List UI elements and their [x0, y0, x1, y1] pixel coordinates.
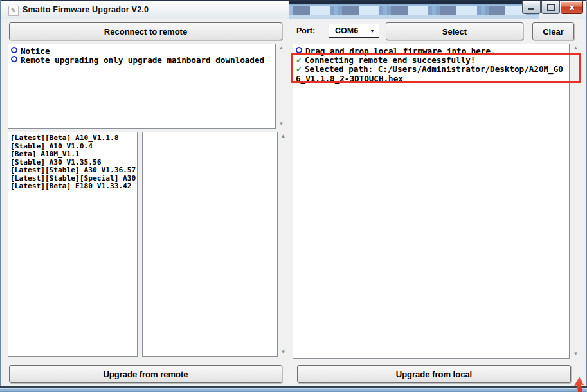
log-scrollbar: ▲ ▼	[571, 44, 581, 359]
local-firmware-log-panel: Drag and drop local firmware into here. …	[293, 44, 570, 359]
notice-text: Remote upgrading only upgrade mainboard …	[21, 55, 264, 65]
log-success-text: Connecting remote end successfully!	[305, 55, 475, 65]
minimize-button[interactable]	[522, 1, 541, 14]
bullet-icon	[11, 47, 17, 53]
window-controls: ×	[521, 1, 583, 14]
window-left-border	[0, 0, 1, 387]
firmware-list-item[interactable]: [Latest][Beta] E180_V1.33.42	[10, 183, 136, 191]
log-success-line: ✓Selected path: C:/Users/Administrator/D…	[296, 65, 565, 83]
port-select-value: COM6	[335, 26, 358, 35]
scroll-down-icon[interactable]: ▼	[279, 121, 284, 127]
window-top-border	[0, 0, 587, 1]
close-button[interactable]: ×	[561, 1, 583, 14]
port-select[interactable]: COM6 ▼	[329, 24, 379, 38]
window-bottom-border	[0, 386, 587, 392]
bullet-icon	[296, 47, 302, 53]
firmware-detail-box	[142, 132, 278, 357]
log-success-line: ✓Connecting remote end successfully!	[296, 56, 565, 66]
window-title: Smatto Firmware Upgrador V2.0	[23, 5, 149, 14]
minimize-icon	[528, 8, 534, 10]
notice-panel: Notice Remote upgrading only upgrade mai…	[8, 44, 276, 129]
scroll-up-icon[interactable]: ▲	[573, 46, 579, 51]
close-icon: ×	[569, 3, 574, 12]
notice-line: Remote upgrading only upgrade mainboard …	[11, 56, 274, 65]
log-info-line: Drag and drop local firmware into here.	[296, 47, 565, 56]
titlebar-glass-background	[289, 1, 539, 19]
port-label: Port:	[296, 26, 315, 35]
log-success-text: Selected path: C:/Users/Administrator/De…	[296, 64, 563, 84]
bullet-icon	[11, 56, 17, 62]
maximize-button[interactable]	[541, 1, 560, 14]
upgrade-from-local-button[interactable]: Upgrade from local	[297, 365, 571, 383]
scroll-down-icon[interactable]: ▼	[573, 352, 579, 357]
scroll-up-icon[interactable]: ▲	[281, 134, 286, 139]
clear-button[interactable]: Clear	[532, 22, 574, 40]
reconnect-to-remote-button[interactable]: Reconnect to remote	[9, 22, 282, 40]
firmware-list-item[interactable]: [Beta] A10M_V1.1	[10, 150, 136, 159]
firmware-list: [Latest][Beta] A10_V1.1.8 [Stable] A10_V…	[8, 132, 138, 357]
upgrade-from-remote-button[interactable]: Upgrade from remote	[9, 365, 282, 383]
check-icon: ✓	[296, 66, 302, 75]
chevron-down-icon: ▼	[370, 28, 375, 34]
scroll-down-icon[interactable]: ▼	[281, 350, 286, 355]
firmware-list-item[interactable]: [Latest][Stable] A30_V1.36.57	[10, 166, 136, 175]
notice-line: Notice	[11, 47, 274, 56]
detail-scrollbar: ▲ ▼	[278, 132, 288, 357]
select-button[interactable]: Select	[386, 22, 523, 40]
notice-scrollbar: ▲ ▼	[276, 44, 286, 129]
title-bar[interactable]: ✎ Smatto Firmware Upgrador V2.0	[1, 1, 586, 19]
maximize-icon	[547, 4, 555, 11]
app-icon: ✎	[8, 6, 19, 16]
check-icon: ✓	[296, 57, 302, 66]
scroll-up-icon[interactable]: ▲	[279, 46, 284, 51]
firmware-list-item[interactable]: [Latest][Beta] A10_V1.1.8	[10, 134, 136, 143]
